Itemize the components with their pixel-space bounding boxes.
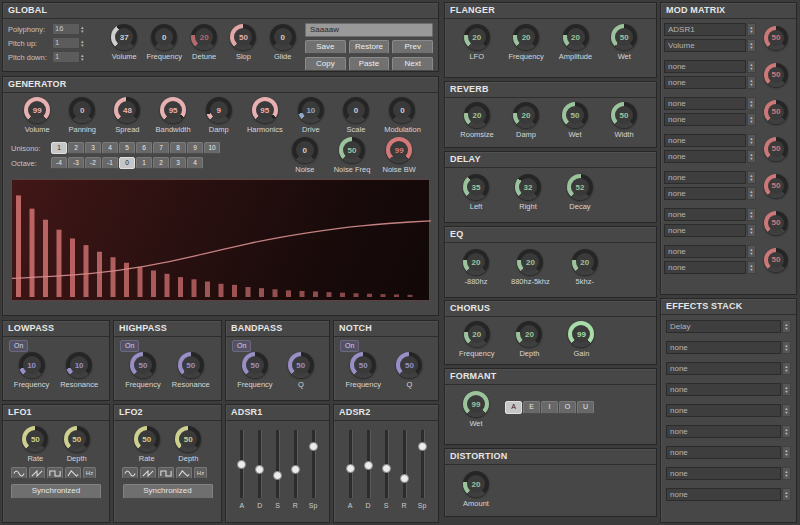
toggle-2-button[interactable]: -2 <box>85 157 101 169</box>
knob-frequency[interactable]: 20Frequency <box>508 24 543 61</box>
knob-noise-freq[interactable]: 50Noise Freq <box>334 137 371 174</box>
wave-saw-button[interactable] <box>29 467 45 479</box>
knob-rate[interactable]: 50Rate <box>130 426 164 463</box>
toggle-4-button[interactable]: 4 <box>102 142 118 154</box>
knob-drive[interactable]: 10Drive <box>294 97 328 134</box>
mod-target-dropdown[interactable]: none <box>664 187 746 200</box>
toggle-4-button[interactable]: 4 <box>187 157 203 169</box>
spinner-down-icon[interactable]: ▾ <box>785 369 787 373</box>
spinner-arrows[interactable]: ▴▾ <box>81 39 84 47</box>
toggle-o-button[interactable]: O <box>559 401 576 414</box>
restore-button[interactable]: Restore <box>349 40 390 54</box>
slider-thumb[interactable] <box>309 442 318 451</box>
toggle-1-button[interactable]: 1 <box>51 142 67 154</box>
toggle-u-button[interactable]: U <box>577 401 594 414</box>
effect-slot-5-spinner[interactable]: ▴▾ <box>782 404 791 417</box>
wave-saw-button[interactable] <box>140 467 156 479</box>
knob-slop[interactable]: 50Slop <box>226 24 260 61</box>
knob-resonance[interactable]: 10Resonance <box>60 352 98 389</box>
knob-spread[interactable]: 48Spread <box>110 97 144 134</box>
knob-decay[interactable]: 52Decay <box>563 174 597 211</box>
spinner-down-icon[interactable]: ▾ <box>785 348 787 352</box>
slider-sp[interactable]: Sp <box>305 430 321 509</box>
mod-target-spinner[interactable]: ▴▾ <box>747 76 756 89</box>
knob-depth[interactable]: 50Depth <box>60 426 94 463</box>
mod-source-spinner[interactable]: ▴▾ <box>747 134 756 147</box>
mod-source-dropdown[interactable]: none <box>664 245 746 258</box>
mod-target-dropdown[interactable]: Volume <box>664 39 746 52</box>
toggle-0-button[interactable]: 0 <box>119 157 135 169</box>
knob-volume[interactable]: 99Volume <box>20 97 54 134</box>
knob-noise-bw[interactable]: 99Noise BW <box>382 137 416 174</box>
slider-thumb[interactable] <box>255 465 264 474</box>
knob-wet[interactable]: 50Wet <box>558 102 592 139</box>
notch-on-button[interactable]: On <box>340 340 359 352</box>
knob-5khz[interactable]: 205khz- <box>568 249 602 286</box>
knob-gain[interactable]: 99Gain <box>564 321 598 358</box>
spinner-down-icon[interactable]: ▾ <box>750 157 752 161</box>
slider-a[interactable]: A <box>234 430 250 509</box>
knob-amplitude[interactable]: 20Amplitude <box>559 24 593 61</box>
knob-880hz-5khz[interactable]: 20880hz-5khz <box>511 249 550 286</box>
mod-source-spinner[interactable]: ▴▾ <box>747 245 756 258</box>
spinner-down-icon[interactable]: ▾ <box>785 411 787 415</box>
toggle-10-button[interactable]: 10 <box>204 142 220 154</box>
effect-slot-8-dropdown[interactable]: none <box>666 467 781 480</box>
mod-amount-knob[interactable]: 50 <box>759 174 793 198</box>
slider-track[interactable] <box>309 430 318 498</box>
bandpass-on-button[interactable]: On <box>232 340 251 352</box>
mod-source-dropdown[interactable]: none <box>664 60 746 73</box>
effect-slot-6-spinner[interactable]: ▴▾ <box>782 425 791 438</box>
effect-slot-4-spinner[interactable]: ▴▾ <box>782 383 791 396</box>
slider-track[interactable] <box>237 430 246 498</box>
spinner-down-icon[interactable]: ▾ <box>81 57 84 61</box>
spinner-down-icon[interactable]: ▾ <box>750 178 752 182</box>
wave-sine-button[interactable] <box>11 467 27 479</box>
slider-thumb[interactable] <box>418 442 427 451</box>
wave-hz-button[interactable]: Hz <box>194 467 207 479</box>
slider-track[interactable] <box>382 430 391 498</box>
knob-resonance[interactable]: 50Resonance <box>172 352 210 389</box>
spinner-down-icon[interactable]: ▾ <box>81 29 84 33</box>
mod-source-spinner[interactable]: ▴▾ <box>747 171 756 184</box>
spinner-down-icon[interactable]: ▾ <box>785 495 787 499</box>
spinner-down-icon[interactable]: ▾ <box>81 43 84 47</box>
toggle-e-button[interactable]: E <box>523 401 540 414</box>
knob-scale[interactable]: 0Scale <box>339 97 373 134</box>
spinner-down-icon[interactable]: ▾ <box>785 327 787 331</box>
knob-damp[interactable]: 20Damp <box>509 102 543 139</box>
slider-track[interactable] <box>273 430 282 498</box>
spinner-down-icon[interactable]: ▾ <box>785 474 787 478</box>
slider-s[interactable]: S <box>269 430 285 509</box>
effect-slot-7-spinner[interactable]: ▴▾ <box>782 446 791 459</box>
toggle-3-button[interactable]: 3 <box>170 157 186 169</box>
mod-source-dropdown[interactable]: none <box>664 208 746 221</box>
save-button[interactable]: Save <box>305 40 346 54</box>
mod-target-dropdown[interactable]: none <box>664 261 746 274</box>
knob-lfo[interactable]: 20LFO <box>460 24 494 61</box>
wave-square-button[interactable] <box>47 467 63 479</box>
mod-target-spinner[interactable]: ▴▾ <box>747 113 756 126</box>
copy-button[interactable]: Copy <box>305 57 346 71</box>
knob-detune[interactable]: 20Detune <box>187 24 221 61</box>
mod-source-dropdown[interactable]: none <box>664 97 746 110</box>
slider-track[interactable] <box>400 430 409 498</box>
spinner-down-icon[interactable]: ▾ <box>750 252 752 256</box>
mod-source-dropdown[interactable]: none <box>664 134 746 147</box>
toggle-3-button[interactable]: 3 <box>85 142 101 154</box>
spinner-value-field[interactable]: 1 <box>52 51 80 63</box>
knob-volume[interactable]: 37Volume <box>107 24 141 61</box>
slider-r[interactable]: R <box>287 430 303 509</box>
lfo1-sync-button[interactable]: Synchronized <box>11 484 101 499</box>
knob-damp[interactable]: 9Damp <box>202 97 236 134</box>
knob-880hz[interactable]: 20-880hz <box>459 249 493 286</box>
next-button[interactable]: Next <box>392 57 433 71</box>
slider-thumb[interactable] <box>400 474 409 483</box>
spinner-value-field[interactable]: 16 <box>52 23 80 35</box>
lfo2-sync-button[interactable]: Synchronized <box>123 484 213 499</box>
effect-slot-9-dropdown[interactable]: none <box>666 488 781 501</box>
knob-amount[interactable]: 20Amount <box>459 471 493 508</box>
toggle-2-button[interactable]: 2 <box>153 157 169 169</box>
toggle-1-button[interactable]: 1 <box>136 157 152 169</box>
effect-slot-7-dropdown[interactable]: none <box>666 446 781 459</box>
